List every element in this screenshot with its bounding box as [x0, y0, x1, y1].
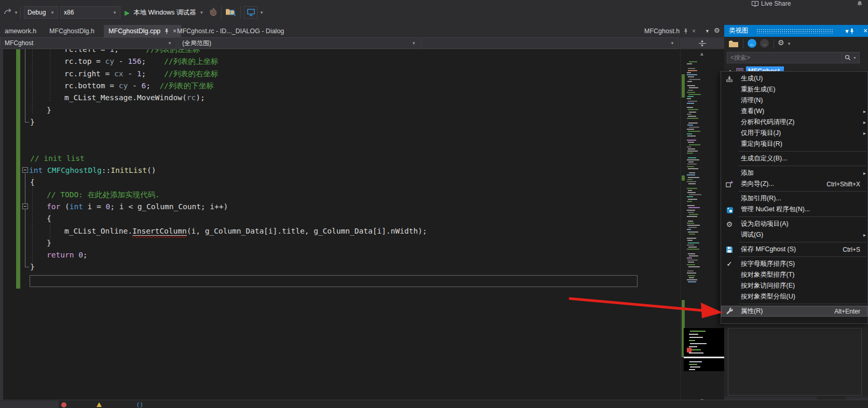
- browser-preview-button[interactable]: [244, 6, 257, 19]
- type-scope-dropdown[interactable]: (全局范围)▼: [178, 37, 421, 49]
- menu-item[interactable]: 按对象类型分组(U): [721, 291, 867, 302]
- menu-item[interactable]: ⚙设为启动项目(A): [721, 219, 867, 229]
- code-editor[interactable]: rc.left = 1; //列表的左坐标rc.top = cy - 156; …: [0, 49, 680, 400]
- code-line: rc.top = cy - 156; //列表的上坐标: [64, 56, 219, 67]
- menu-item-label: 按对象类型排序(T): [741, 270, 794, 279]
- save-icon: [726, 246, 733, 253]
- menu-item[interactable]: 管理 NuGet 程序包(N)...: [721, 204, 867, 215]
- code-line: }: [30, 116, 35, 128]
- context-menu: 生成(U)重新生成(E)清理(N)查看(W)▸分析和代码清理(Z)▸仅用于项目(…: [721, 71, 868, 324]
- minimap-scrollbar[interactable]: ▲ ▼: [680, 49, 725, 400]
- menu-item[interactable]: 重新生成(E): [721, 84, 867, 95]
- class-view-search-box[interactable]: <搜索> ▼: [727, 52, 860, 63]
- code-line: {: [47, 213, 51, 225]
- menu-item-label: 添加引用(R)...: [741, 194, 781, 203]
- panel-title: 类视图: [729, 26, 749, 35]
- menu-item-label: 添加: [741, 169, 754, 178]
- menu-separator: [739, 242, 866, 242]
- chevron-down-icon: ▼: [46, 10, 55, 15]
- menu-item[interactable]: 清理(N): [721, 95, 867, 106]
- tab-options-gear-icon[interactable]: ⚙: [714, 26, 720, 34]
- menu-item[interactable]: 仅用于项目(J)▸: [721, 128, 867, 139]
- menu-item-label: 重新生成(E): [741, 85, 776, 94]
- document-tab[interactable]: MFCghostDlg.h: [45, 25, 99, 37]
- error-icon[interactable]: [61, 402, 66, 407]
- forward-button[interactable]: →: [760, 39, 769, 48]
- collapse-region-icon[interactable]: [22, 167, 28, 173]
- submenu-arrow-icon: ▸: [863, 130, 866, 136]
- close-icon[interactable]: ×: [692, 28, 696, 35]
- menu-item[interactable]: 调试(G)▸: [721, 229, 867, 240]
- chevron-down-icon[interactable]: ▼: [787, 42, 791, 46]
- search-button[interactable]: ▼: [842, 52, 859, 63]
- menu-item[interactable]: 生成自定义(B)...: [721, 153, 867, 164]
- menu-item-label: 生成自定义(B)...: [741, 154, 788, 163]
- wrench-icon: [726, 307, 734, 315]
- pin-icon[interactable]: [164, 28, 169, 34]
- tab-mfcghost-h[interactable]: MFCghost.h ×: [640, 25, 700, 37]
- status-mode-box: [0, 401, 59, 408]
- menu-separator: [739, 304, 866, 304]
- play-icon: ▶: [125, 9, 130, 17]
- status-bar: ( ): [0, 400, 868, 408]
- menu-item[interactable]: 重定向项目(R): [721, 139, 867, 149]
- project-scope-dropdown[interactable]: MFCghost▼: [0, 37, 177, 49]
- document-tab[interactable]: MFCghost.rc - ID..._DIALOG - Dialog: [172, 25, 289, 37]
- collapse-region-icon[interactable]: [22, 203, 28, 209]
- menu-item[interactable]: 按对象访问排序(E): [721, 280, 867, 291]
- notification-bell-icon[interactable]: [857, 1, 863, 7]
- redo-dropdown-icon[interactable]: ▼: [14, 10, 18, 15]
- class-view-members-pane[interactable]: [728, 328, 862, 396]
- menu-item[interactable]: 分析和代码清理(Z)▸: [721, 117, 867, 128]
- menu-item[interactable]: 添加引用(R)...: [721, 193, 867, 204]
- menu-item-label: 清理(N): [741, 96, 763, 105]
- menu-item[interactable]: 按对象类型排序(T): [721, 269, 867, 280]
- menu-item[interactable]: 属性(R)Alt+Enter: [721, 306, 867, 317]
- member-scope-dropdown[interactable]: ▼: [422, 37, 679, 49]
- search-placeholder: <搜索>: [730, 53, 750, 62]
- tab-list-chevron-icon[interactable]: ▼: [705, 29, 710, 34]
- code-outline-box: [30, 275, 638, 287]
- menu-item[interactable]: 生成(U): [721, 73, 867, 84]
- folder-search-icon[interactable]: [225, 7, 237, 17]
- code-line: m_CList_Message.MoveWindow(rc);: [64, 92, 205, 104]
- flame-profiler-icon[interactable]: [210, 7, 217, 17]
- settings-gear-icon[interactable]: ⚙: [778, 38, 784, 47]
- toolbar-overflow-icon[interactable]: ▼: [260, 10, 264, 15]
- menu-separator: [739, 256, 866, 257]
- platform-dropdown[interactable]: x86▼: [60, 6, 120, 19]
- menu-item-label: 设为启动项目(A): [741, 220, 789, 228]
- document-tab[interactable]: amework.h: [0, 25, 41, 37]
- editor-split-handle[interactable]: ▲ ▼: [680, 37, 724, 49]
- menu-item[interactable]: ✓按字母顺序排序(S): [721, 259, 867, 269]
- menu-item[interactable]: 添加▸: [721, 168, 867, 179]
- configuration-dropdown[interactable]: Debug▼: [24, 6, 58, 19]
- code-line: for (int i = 0; i < g_Column_Count; i++): [47, 201, 228, 213]
- menu-item-label: 按对象访问排序(E): [741, 281, 795, 290]
- menu-item[interactable]: 查看(W)▸: [721, 106, 867, 117]
- menu-item-label: 按对象类型分组(U): [741, 292, 795, 301]
- menu-item-label: 按字母顺序排序(S): [741, 260, 795, 268]
- code-line: rc.bottom = cy - 6; //列表的下坐标: [64, 80, 214, 92]
- document-tab[interactable]: MFCghostDlg.cpp×: [104, 25, 181, 37]
- redo-icon[interactable]: [3, 7, 12, 17]
- pin-icon[interactable]: [849, 28, 855, 34]
- toolbar-separator: [221, 6, 222, 19]
- fold-line-end: [25, 122, 29, 123]
- chevron-down-icon: ▼: [666, 41, 674, 46]
- menu-item-label: 仅用于项目(J): [741, 129, 781, 138]
- start-debugging-button[interactable]: ▶ 本地 Windows 调试器 ▼: [125, 6, 204, 19]
- pin-icon[interactable]: [683, 28, 688, 34]
- close-icon[interactable]: ×: [863, 26, 867, 35]
- new-folder-icon[interactable]: [728, 39, 739, 48]
- chevron-down-icon: ▼: [408, 41, 416, 46]
- back-button[interactable]: ←: [748, 39, 756, 48]
- scroll-up-icon[interactable]: ▲: [699, 51, 704, 57]
- warning-icon[interactable]: [97, 402, 102, 407]
- scope-parens-text: ( ): [137, 401, 142, 407]
- code-line: // TODO: 在此处添加实现代码.: [47, 189, 160, 201]
- menu-item[interactable]: 保存 MFCghost (S)Ctrl+S: [721, 244, 867, 255]
- menu-item[interactable]: 类向导(Z)...Ctrl+Shift+X: [721, 179, 867, 189]
- class-view-title-bar[interactable]: 类视图 ▼ ×: [724, 25, 868, 37]
- live-share-button[interactable]: Live Share: [752, 0, 791, 7]
